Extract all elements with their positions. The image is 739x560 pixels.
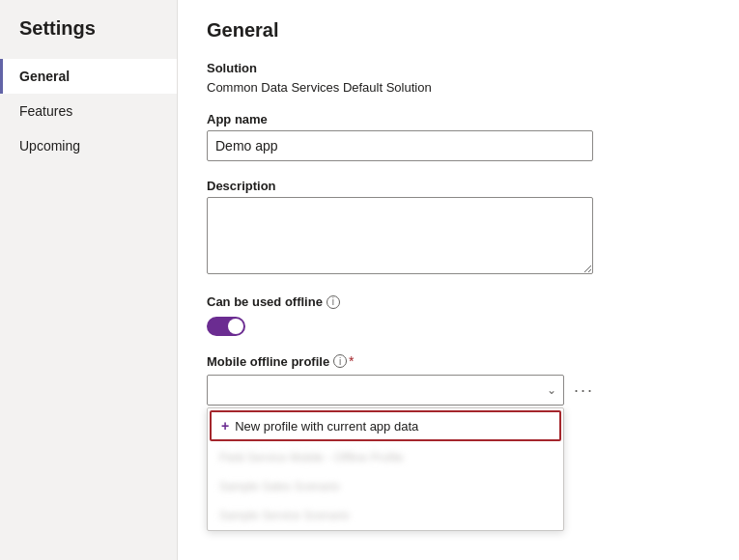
dropdown-item-1[interactable]: Field Service Mobile - Offline Profile: [208, 443, 563, 472]
required-marker: *: [349, 353, 354, 369]
description-input[interactable]: [207, 197, 593, 274]
dropdown-item-new-profile[interactable]: + New profile with current app data: [210, 410, 561, 441]
sidebar-item-general[interactable]: General: [0, 59, 177, 94]
page-title: General: [207, 19, 710, 42]
app-name-field: App name: [207, 112, 710, 161]
app-name-input[interactable]: [207, 130, 593, 161]
sidebar-nav: General Features Upcoming: [0, 59, 177, 163]
dropdown-item-2-label: Sample Sales Scenario: [219, 480, 340, 493]
sidebar-title: Settings: [0, 0, 177, 59]
main-content: General Solution Common Data Services De…: [178, 0, 739, 560]
solution-field: Solution Common Data Services Default So…: [207, 61, 710, 95]
dropdown-wrapper: ⌄ + New profile with current app data Fi…: [207, 375, 564, 406]
mobile-offline-info-icon: i: [333, 354, 347, 368]
solution-label: Solution: [207, 61, 710, 75]
offline-toggle-container: [207, 317, 710, 336]
offline-label: Can be used offline: [207, 294, 323, 309]
mobile-offline-label: Mobile offline profile: [207, 354, 329, 369]
description-field: Description: [207, 179, 710, 277]
dropdown-item-new-profile-label: New profile with current app data: [235, 419, 418, 434]
sidebar-item-upcoming[interactable]: Upcoming: [0, 128, 177, 163]
offline-info-icon: i: [327, 295, 340, 309]
solution-value: Common Data Services Default Solution: [207, 80, 432, 95]
description-label: Description: [207, 179, 710, 193]
offline-toggle[interactable]: [207, 317, 245, 336]
mobile-offline-dropdown[interactable]: [207, 375, 564, 406]
dropdown-list: + New profile with current app data Fiel…: [207, 407, 564, 531]
mobile-offline-profile-field: Mobile offline profile i * ⌄ + New profi…: [207, 353, 710, 406]
plus-icon: +: [221, 418, 229, 434]
dropdown-row: ⌄ + New profile with current app data Fi…: [207, 375, 710, 406]
app-name-label: App name: [207, 112, 710, 126]
sidebar-item-features[interactable]: Features: [0, 94, 177, 128]
offline-toggle-field: Can be used offline i: [207, 294, 710, 336]
more-options-button[interactable]: ···: [570, 379, 598, 401]
dropdown-item-2[interactable]: Sample Sales Scenario: [208, 472, 563, 501]
dropdown-item-3-label: Sample Service Scenario: [219, 509, 350, 522]
dropdown-item-3[interactable]: Sample Service Scenario: [208, 501, 563, 530]
dropdown-item-1-label: Field Service Mobile - Offline Profile: [219, 451, 404, 464]
sidebar: Settings General Features Upcoming: [0, 0, 178, 560]
